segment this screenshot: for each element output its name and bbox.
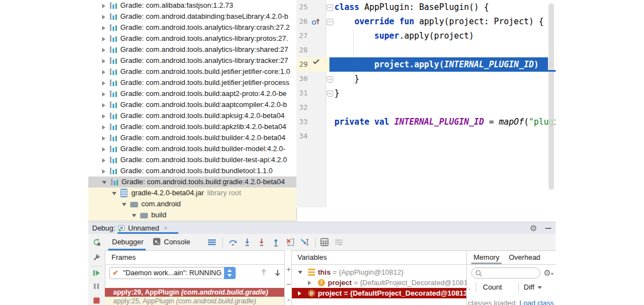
line-number[interactable]: 28 — [296, 43, 323, 57]
chevron-down-icon[interactable] — [132, 214, 136, 217]
variable-row[interactable]: fproject = {DefaultProject_Decorated@108… — [292, 277, 466, 288]
line-number[interactable]: 27 — [296, 29, 323, 43]
chevron-right-icon[interactable] — [102, 70, 105, 74]
line-number[interactable]: 32 — [296, 100, 323, 115]
thread-selector-stepper[interactable] — [224, 267, 236, 279]
frame-row[interactable]: apply:29, AppPlugin (com.android.build.g… — [105, 288, 284, 297]
step-over-icon[interactable] — [228, 238, 237, 247]
chevron-right-icon[interactable] — [102, 147, 105, 152]
column-header-diff[interactable]: Diff — [524, 281, 542, 293]
pause-button[interactable] — [92, 282, 101, 291]
chevron-right-icon[interactable] — [102, 169, 105, 174]
tree-row[interactable]: Gradle: com.android.tools.analytics-libr… — [88, 55, 296, 66]
diff-dropdown-icon — [537, 286, 542, 289]
chevron-right-icon[interactable] — [102, 37, 105, 41]
variable-equals: = — [342, 289, 350, 297]
line-number[interactable]: 30 — [296, 72, 323, 86]
remove-watch-button[interactable]: − — [285, 280, 292, 288]
overrides-method-icon[interactable] — [312, 18, 320, 26]
load-classes-link[interactable]: Load class — [519, 299, 553, 305]
line-number[interactable]: 34 — [296, 129, 323, 143]
tree-row[interactable]: Gradle: com.android.tools.analytics-libr… — [88, 44, 296, 55]
tree-row[interactable]: Gradle: com.android.tools.build.jetifier… — [88, 77, 296, 88]
memory-search-box[interactable] — [471, 267, 540, 279]
close-icon[interactable]: × — [163, 224, 167, 232]
column-header-count[interactable]: Count — [483, 281, 502, 293]
chevron-right-icon[interactable] — [102, 103, 105, 108]
chevron-right-icon[interactable] — [102, 48, 105, 52]
chevron-right-icon[interactable] — [102, 125, 105, 130]
thread-selector[interactable]: ✔ "Daemon work...ain": RUNNING — [109, 267, 236, 279]
chevron-down-icon[interactable] — [298, 271, 302, 274]
tree-row[interactable]: Gradle: com.android.tools.analytics-libr… — [88, 33, 296, 44]
drop-frame-icon[interactable] — [286, 238, 295, 247]
step-out-icon[interactable] — [272, 238, 280, 247]
code-editor[interactable]: 25–class AppPlugin: BasePlugin() {26– ov… — [296, 0, 556, 207]
stop-button[interactable] — [92, 296, 101, 305]
next-frame-icon[interactable] — [273, 268, 282, 277]
hide-toolwindow-icon[interactable] — [545, 228, 551, 229]
tree-row[interactable]: Gradle: com.android.tools.build:builder-… — [88, 154, 296, 165]
tree-row[interactable]: com.android — [88, 199, 296, 210]
chevron-right-icon[interactable] — [102, 114, 105, 119]
debug-title: Debug: — [92, 222, 115, 234]
variable-row[interactable]: this = {AppPlugin@10812} — [292, 267, 466, 277]
chevron-right-icon[interactable] — [102, 158, 105, 163]
line-number[interactable]: 33 — [296, 115, 323, 129]
run-to-cursor-icon[interactable] — [300, 238, 309, 247]
tree-row[interactable]: Gradle: com.android.tools.build:bundleto… — [88, 165, 296, 176]
chevron-down-icon[interactable] — [112, 192, 116, 195]
evaluate-expression-icon[interactable] — [320, 238, 329, 247]
frames-header: Frames — [105, 250, 284, 265]
editor-scrollbar[interactable] — [549, 3, 554, 190]
chevron-right-icon[interactable] — [102, 92, 105, 97]
tab-debugger[interactable]: Debugger — [112, 234, 143, 250]
code-segment: = — [489, 117, 499, 127]
tree-row[interactable]: Gradle: com.android.tools.build.jetifier… — [88, 66, 296, 77]
move-watch-up-button: ▲ — [285, 296, 292, 303]
tree-row[interactable]: Gradle: com.alibaba:fastjson:1.2.73 — [88, 0, 296, 11]
line-number[interactable]: 25 — [296, 0, 323, 14]
chevron-right-icon[interactable] — [102, 4, 105, 8]
chevron-right-icon[interactable] — [102, 59, 105, 63]
frame-row[interactable]: apply:25, AppPlugin (com.android.build.g… — [105, 297, 284, 305]
previous-frame-icon[interactable] — [259, 268, 268, 277]
tree-row[interactable]: build — [88, 210, 296, 221]
line-number[interactable]: 31 — [296, 86, 323, 100]
tree-row[interactable]: Gradle: com.android.tools.build:aapt2-pr… — [88, 88, 296, 99]
tree-row[interactable]: gradle-4.2.0-beta04.jarlibrary root — [88, 188, 296, 199]
fold-marker-icon[interactable]: – — [327, 19, 333, 25]
chevron-right-icon[interactable] — [102, 136, 105, 141]
tree-row[interactable]: Gradle: com.android.tools.build:apksig:4… — [88, 110, 296, 121]
resume-button[interactable] — [92, 269, 101, 277]
chevron-right-icon[interactable] — [308, 281, 311, 285]
memory-settings-gear-icon[interactable]: ⚙▾ — [544, 269, 553, 277]
variable-row[interactable]: pproject = {DefaultProject_Decorated@108… — [292, 288, 466, 298]
chevron-right-icon[interactable] — [298, 291, 301, 296]
tree-row[interactable]: Gradle: com.android.tools.build:apkzlib:… — [88, 121, 296, 132]
hamburger-menu-icon[interactable] — [207, 238, 216, 247]
tree-row[interactable]: Gradle: com.android.tools.build:gradle:4… — [88, 176, 296, 188]
tree-row[interactable]: Gradle: com.android.tools.build:builder:… — [88, 132, 296, 143]
fold-marker-icon[interactable]: – — [327, 4, 333, 11]
tab-console[interactable]: Console — [153, 234, 190, 250]
chevron-right-icon[interactable] — [102, 81, 105, 85]
rerun-icon[interactable] — [92, 238, 101, 247]
settings-wrench-icon[interactable] — [92, 253, 101, 262]
add-watch-button[interactable]: + — [285, 265, 292, 273]
settings-gear-icon[interactable]: ⚙ — [530, 224, 539, 233]
memory-search-input[interactable] — [485, 269, 538, 279]
tree-row[interactable]: Gradle: com.android.databinding:baseLibr… — [88, 11, 296, 22]
step-into-icon[interactable] — [243, 238, 252, 247]
tree-row[interactable]: Gradle: com.android.tools.build:builder-… — [88, 143, 296, 154]
scrollbar-current-line-mark[interactable] — [546, 70, 556, 72]
fold-marker-icon[interactable]: – — [327, 76, 333, 83]
chevron-down-icon[interactable] — [122, 203, 126, 206]
chevron-right-icon[interactable] — [102, 15, 105, 19]
force-step-into-icon[interactable] — [257, 238, 266, 247]
fold-marker-icon[interactable]: – — [327, 90, 333, 97]
tree-row[interactable]: Gradle: com.android.tools.build:aaptcomp… — [88, 99, 296, 110]
tree-row[interactable]: Gradle: com.android.tools.analytics-libr… — [88, 22, 296, 33]
chevron-right-icon[interactable] — [102, 26, 105, 30]
chevron-down-icon[interactable] — [102, 181, 107, 184]
